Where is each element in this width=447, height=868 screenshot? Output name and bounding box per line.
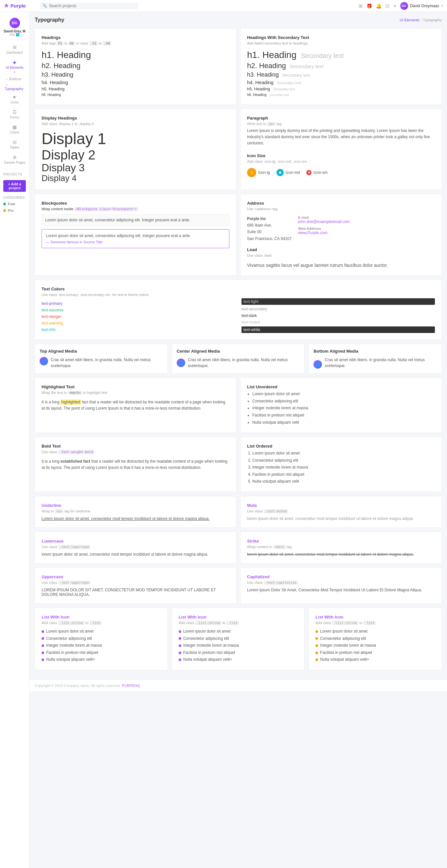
list-dot	[41, 644, 44, 647]
sidebar-item-icons[interactable]: ★ Icons	[0, 92, 29, 107]
list-dot	[315, 652, 318, 654]
list-icon-meta-1: Add class .list-inline to .list	[41, 621, 161, 625]
color-secondary: text-secondary	[242, 307, 435, 311]
sidebar-item-sample-pages[interactable]: ⊕ Sample Pages	[0, 152, 29, 167]
address-suite: Suite 00	[247, 229, 261, 234]
list-dot	[41, 637, 44, 640]
search-input[interactable]	[49, 4, 135, 8]
bell-icon[interactable]: 🔔	[376, 3, 382, 8]
category-free[interactable]: Free	[0, 201, 29, 207]
para-meta: Write text in <p> tag	[247, 122, 435, 126]
heading-h3: h3. Heading	[41, 71, 229, 78]
bottom-aligned-content: 🌐 Cras sit amet nibh libero, in gravida …	[314, 357, 437, 369]
sidebar-item-forms[interactable]: ☰ Forms	[0, 107, 29, 122]
window-icon[interactable]: ⊡	[385, 3, 389, 8]
highlighted-before: It is a long	[41, 400, 61, 404]
sidebar-sub-typography[interactable]: → Typography	[0, 82, 29, 92]
list-icon-item: Nulla volutpat aliquam velit+	[315, 656, 435, 663]
highlight-span: highlighted	[61, 399, 81, 405]
icon-md-label: Icon-md	[286, 170, 300, 175]
lowercase-title: Lowercase	[41, 538, 229, 544]
top-nav-right: ⊞ 🎁 🔔 ⊡ ≡ DG David Greymaax ▾	[359, 2, 443, 10]
list-dot	[315, 637, 318, 640]
icon-md: ◉	[277, 169, 284, 176]
brand-logo[interactable]: ★ Purple	[4, 3, 33, 9]
bold-before: It is a long	[41, 459, 61, 464]
edit-icon[interactable]: ✎	[16, 33, 19, 36]
list-item: Lorem ipsum dolor sit amet	[252, 450, 435, 457]
user-menu[interactable]: DG David Greymaax ▾	[400, 2, 443, 10]
highlighted-text: It is a long highlighted fact that a rea…	[41, 399, 229, 411]
lowercase-text: lorem ipsum dolor sit amet, consectetur …	[41, 552, 229, 557]
list-dot	[41, 630, 44, 633]
sidebar-sub-buttons[interactable]: → Buttons	[0, 76, 29, 82]
list-dot	[315, 658, 318, 661]
list-dot	[179, 637, 181, 640]
projects-label: Projects	[0, 171, 29, 178]
list-dot	[41, 652, 44, 654]
icon-md-item: ◉ Icon-md	[277, 169, 300, 176]
row-aligned-media: Top Aligned Media 🌐 Cras sit amet nibh l…	[35, 344, 442, 374]
sidebar-item-dashboard[interactable]: ⊞ Dashboard	[0, 42, 29, 57]
brand-icon: ★	[4, 3, 8, 9]
charts-icon: ▦	[12, 124, 17, 130]
top-aligned-icon: 🌐	[40, 357, 48, 365]
menu-icon[interactable]: ≡	[393, 3, 396, 8]
list-item: Consectetur adipiscing elit	[252, 457, 435, 464]
display-4: Display 4	[41, 174, 229, 183]
footer-link[interactable]: PURPEHQ	[122, 684, 140, 688]
brand-name: Purple	[10, 3, 26, 8]
card-bold: Bold Text Use class .font-weight-bold It…	[35, 437, 236, 492]
bottom-aligned-icon: 🌐	[314, 360, 322, 369]
list-dot	[315, 644, 318, 647]
bottom-aligned-text: Cras sit amet nibh libero, in gravida nu…	[325, 357, 437, 369]
list-dot	[179, 652, 181, 654]
list-icon-item: Consectetur adipiscing elit	[41, 635, 161, 642]
list-dot	[179, 644, 181, 647]
underline-meta: Wrap in <u> tag for underline	[41, 509, 229, 513]
heading-h6: h6. Heading	[41, 93, 229, 97]
heading-secondary-h2: h2. Heading Secondary text	[247, 62, 435, 70]
row-1: Headings Add tags h1 to h6 or class .h1 …	[35, 28, 442, 105]
lead-meta: Use class .lead	[247, 253, 435, 257]
address-text: Purple Inc 695 Ikam Ave, Suite 00 San Fr…	[247, 215, 292, 242]
add-project-button[interactable]: + Add a project	[3, 180, 26, 192]
breadcrumb: UI Elements / Typography	[400, 18, 442, 22]
category-pro[interactable]: Pro	[0, 207, 29, 214]
sidebar-item-label: Sample Pages	[4, 161, 25, 164]
display-1: Display 1	[41, 130, 229, 148]
sidebar-item-ui-elements[interactable]: ◈ UI Elements ▸	[0, 57, 29, 76]
card-capitalized: Capitalized Use class .text-capitalize L…	[240, 567, 442, 604]
gift-icon[interactable]: 🎁	[366, 3, 372, 8]
capitalize-text: Lorem Ipsum Dolor Sit Amet, Consectetur …	[247, 588, 435, 592]
secondary-text-h4: Secondary text	[277, 81, 301, 85]
underline-text: Lorem ipsum dolor sit amet, consectetur …	[41, 516, 229, 521]
breadcrumb-parent[interactable]: UI Elements	[400, 18, 419, 22]
list-icon-item: Facilisis in pretium nisl aliquet	[41, 649, 161, 656]
card-headings-title: Headings	[41, 35, 229, 40]
card-list-unordered: List Unordered Lorem ipsum dolor sit ame…	[240, 377, 442, 433]
sample-pages-icon: ⊕	[13, 155, 17, 160]
card-list-icon-1: List With Icon Add class .list-inline to…	[35, 608, 168, 670]
list-unordered-title: List Unordered	[247, 384, 435, 389]
dashboard-icon: ⊞	[13, 44, 17, 50]
text-colors-left: Text Colors Use class .text-primary, .te…	[41, 286, 235, 333]
address-meta: Use <address> tag	[247, 207, 435, 211]
sidebar-item-tables[interactable]: ⊟ Tables	[0, 137, 29, 152]
text-colors-right: text-light text-secondary text-dark text…	[242, 286, 435, 333]
list-icon-item: Nulla volutpat aliquam velit+	[41, 656, 161, 663]
icon-lg-item: ⚡ Icon-lg	[247, 168, 270, 177]
grid-icon[interactable]: ⊞	[359, 3, 362, 8]
icon-size-title: Icon Size	[247, 153, 435, 158]
tables-icon: ⊟	[13, 140, 17, 145]
card-headings-subtitle: Add tags h1 to h6 or class .h1 to .h6	[41, 41, 229, 45]
color-muted: text-muted	[242, 320, 435, 324]
sidebar-item-charts[interactable]: ▦ Charts	[0, 122, 29, 137]
icon-sm: ✖	[306, 170, 312, 175]
color-warning: text-warning	[41, 321, 235, 326]
category-label-pro: Pro	[8, 209, 13, 213]
list-item: Nulla volutpat aliquam velit	[252, 478, 435, 485]
card-center-aligned: Center Aligned Media 🌐 Cras sit amet nib…	[172, 344, 305, 374]
sidebar-username: David Grey. M	[4, 29, 26, 33]
sidebar-item-label: Icons	[11, 100, 19, 104]
